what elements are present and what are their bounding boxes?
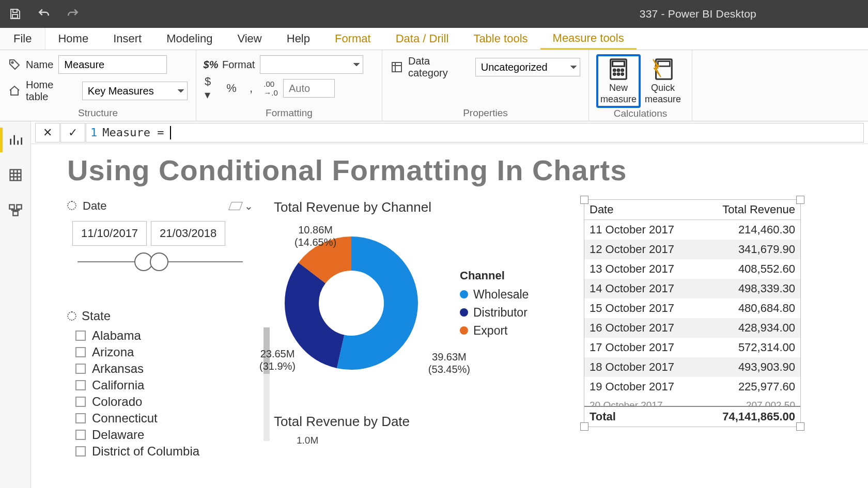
date-from-input[interactable]: 11/10/2017	[72, 221, 147, 246]
chevron-down-icon[interactable]: ⌄	[244, 200, 253, 212]
formula-text: Measure =	[102, 126, 164, 139]
decimal-places-input[interactable]	[283, 79, 335, 98]
svg-point-6	[617, 69, 619, 71]
checkbox-icon[interactable]	[75, 347, 86, 357]
table-row[interactable]: 18 October 2017493,903.90	[584, 357, 800, 377]
home-table-select[interactable]: Key Measures	[82, 82, 188, 100]
resize-handle-icon[interactable]	[580, 422, 588, 431]
model-view-button[interactable]	[6, 201, 25, 219]
resize-handle-icon[interactable]	[796, 422, 804, 431]
table-row[interactable]: 16 October 2017428,934.00	[584, 318, 800, 338]
tab-help[interactable]: Help	[274, 28, 322, 50]
state-item: Connecticut	[67, 410, 253, 427]
state-item: California	[67, 377, 253, 393]
table-visual[interactable]: Date Total Revenue 11 October 2017214,46…	[584, 199, 801, 427]
table-header: Date Total Revenue	[584, 200, 800, 220]
table-row[interactable]: 12 October 2017341,679.90	[584, 240, 800, 259]
donut-label-wholesale: 39.63M (53.45%)	[428, 351, 470, 375]
home-icon	[8, 85, 21, 97]
date-slicer[interactable]: Date ⌄ 11/10/2017 21/03/2018	[67, 199, 253, 460]
undo-icon[interactable]	[37, 7, 51, 21]
state-slicer-header[interactable]: State	[67, 309, 253, 323]
col-date[interactable]: Date	[584, 200, 705, 219]
tab-home[interactable]: Home	[45, 28, 101, 50]
new-measure-label: New measure	[600, 82, 637, 105]
state-item: District of Columbia	[67, 443, 253, 460]
svg-rect-16	[13, 211, 18, 215]
tab-format[interactable]: Format	[322, 28, 383, 50]
state-slicer-list[interactable]: Alabama Arizona Arkansas California Colo…	[67, 327, 253, 460]
formula-commit-button[interactable]: ✓	[60, 123, 85, 143]
date-to-input[interactable]: 21/03/2018	[151, 221, 225, 246]
legend-dot-icon	[460, 308, 468, 317]
checkbox-icon[interactable]	[75, 397, 86, 407]
hometable-label: Home table	[26, 79, 77, 103]
donut-chart	[274, 226, 429, 381]
tab-modeling[interactable]: Modeling	[154, 28, 225, 50]
ribbon-group-structure: Name Home table Key Measures Structure	[0, 50, 196, 121]
table-body: 11 October 2017214,460.3012 October 2017…	[584, 220, 800, 397]
resize-handle-icon[interactable]	[580, 196, 588, 204]
tab-file[interactable]: File	[0, 28, 45, 50]
table-row[interactable]: 15 October 2017480,684.80	[584, 298, 800, 318]
linechart-title: Total Revenue by Date	[274, 414, 563, 430]
state-item: Colorado	[67, 393, 253, 410]
group-label-properties: Properties	[391, 106, 580, 119]
tab-data-drill[interactable]: Data / Drill	[383, 28, 461, 50]
save-icon[interactable]	[8, 7, 22, 21]
svg-point-10	[622, 73, 624, 75]
legend-dot-icon	[460, 326, 468, 335]
state-slicer-label: State	[82, 309, 111, 323]
percent-button[interactable]: %	[224, 80, 239, 97]
formula-input[interactable]: 1 Measure =	[86, 123, 864, 143]
tab-table-tools[interactable]: Table tools	[461, 28, 540, 50]
table-row[interactable]: 14 October 2017498,339.30	[584, 279, 800, 298]
checkbox-icon[interactable]	[75, 330, 86, 341]
date-slider[interactable]	[78, 261, 243, 262]
svg-point-8	[613, 73, 615, 75]
formula-line-number: 1	[90, 126, 97, 139]
col-revenue[interactable]: Total Revenue	[705, 200, 800, 219]
data-view-button[interactable]	[6, 166, 25, 184]
checkbox-icon[interactable]	[75, 413, 86, 423]
measure-name-input[interactable]	[58, 55, 167, 74]
checkbox-icon[interactable]	[75, 446, 86, 456]
checkbox-icon[interactable]	[75, 364, 86, 374]
formula-cancel-button[interactable]: ✕	[35, 123, 60, 143]
data-category-select[interactable]: Uncategorized	[475, 58, 580, 76]
table-row[interactable]: 13 October 2017408,552.60	[584, 259, 800, 279]
svg-point-7	[622, 69, 624, 71]
report-view-button[interactable]	[6, 131, 25, 149]
tab-view[interactable]: View	[225, 28, 274, 50]
new-measure-button[interactable]: New measure	[597, 55, 640, 107]
view-rail	[0, 121, 31, 488]
format-select[interactable]	[260, 55, 363, 74]
state-item: Arizona	[67, 344, 253, 360]
format-icon: $%	[205, 58, 217, 71]
thousands-button[interactable]: ,	[244, 80, 258, 97]
clear-slicer-icon[interactable]	[228, 202, 243, 210]
quick-measure-button[interactable]: Quick measure	[642, 55, 684, 107]
state-item: Alabama	[67, 327, 253, 344]
redo-icon[interactable]	[66, 7, 80, 21]
legend-dot-icon	[460, 290, 468, 298]
ribbon-group-properties: Data category Uncategorized Properties	[382, 50, 589, 121]
report-canvas[interactable]: Using Conditional Formatting In Charts D…	[31, 144, 868, 488]
table-row[interactable]: 17 October 2017572,314.00	[584, 338, 800, 357]
scrollbar[interactable]	[264, 327, 270, 441]
currency-button[interactable]: $ ▾	[205, 80, 219, 97]
title-bar: 337 - Power BI Desktop	[0, 0, 868, 28]
tab-measure-tools[interactable]: Measure tools	[540, 28, 637, 50]
table-row[interactable]: 19 October 2017225,977.60	[584, 377, 800, 397]
table-row[interactable]: 11 October 2017214,460.30	[584, 220, 800, 240]
slider-thumb-to[interactable]	[150, 253, 168, 271]
decimal-button[interactable]: .00→.0	[264, 80, 278, 97]
category-icon	[391, 61, 403, 73]
donut-visual[interactable]: Total Revenue by Channel 10.86	[274, 199, 563, 460]
tab-insert[interactable]: Insert	[101, 28, 154, 50]
tag-icon	[8, 58, 21, 71]
checkbox-icon[interactable]	[75, 430, 86, 440]
checkbox-icon[interactable]	[75, 380, 86, 390]
state-item: Delaware	[67, 427, 253, 443]
resize-handle-icon[interactable]	[796, 196, 804, 204]
